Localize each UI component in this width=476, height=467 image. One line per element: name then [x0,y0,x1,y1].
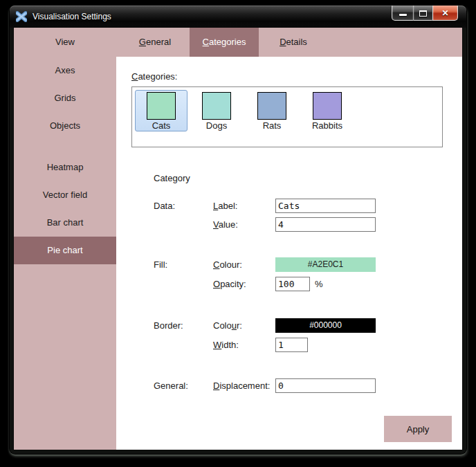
close-icon: ✕ [441,9,448,17]
fill-group-label: Fill: [154,257,167,272]
category-item-rats[interactable]: Rats [246,90,298,131]
category-swatch [313,92,342,120]
border-colour-label: Colour: [213,318,242,333]
tab-bar: ViewGeneralCategoriesDetails [14,28,462,57]
categories-listbox[interactable]: CatsDogsRatsRabbits [131,86,443,147]
category-item-label: Dogs [206,120,227,131]
displacement-input[interactable] [275,378,376,393]
sidebar-item-pie-chart[interactable]: Pie chart [14,237,116,264]
minimize-button[interactable] [392,6,414,21]
sidebar: AxesGridsObjectsHeatmapVector fieldBar c… [14,57,116,450]
sidebar-item-axes[interactable]: Axes [14,57,116,84]
fill-colour-button[interactable]: #A2E0C1 [275,257,376,272]
general-group-label: General: [154,378,188,393]
displacement-field-label: Displacement: [213,378,270,393]
maximize-icon [419,10,427,17]
category-item-label: Cats [152,120,171,131]
fill-colour-label: Colour: [213,257,242,272]
category-swatch [202,92,231,120]
tab-categories[interactable]: Categories [190,28,259,57]
apply-button[interactable]: Apply [384,416,452,442]
category-item-label: Rats [263,120,282,131]
content-pane: Categories: CatsDogsRatsRabbits Category… [116,57,462,450]
minimize-icon [399,14,407,16]
label-field-label: Label: [213,199,237,213]
sidebar-item-heatmap[interactable]: Heatmap [14,154,116,181]
width-input[interactable] [275,338,308,352]
sidebar-item-bar-chart[interactable]: Bar chart [14,209,116,237]
value-field-label: Value: [213,217,238,232]
category-item-label: Rabbits [312,120,342,131]
window-title: Visualisation Settings [33,12,111,21]
sidebar-item-vector-field[interactable]: Vector field [14,181,116,209]
border-colour-button[interactable]: #000000 [275,318,376,333]
border-group-label: Border: [154,318,183,333]
category-item-rabbits[interactable]: Rabbits [301,90,354,131]
category-item-cats[interactable]: Cats [135,90,187,131]
category-heading: Category [154,173,190,183]
sidebar-item-grids[interactable]: Grids [14,84,116,112]
width-field-label: Width: [213,338,239,352]
opacity-unit-label: % [315,277,323,291]
dialog-client-area: ViewGeneralCategoriesDetails AxesGridsOb… [14,28,462,450]
data-group-label: Data: [154,199,175,213]
category-item-dogs[interactable]: Dogs [190,90,243,131]
value-input[interactable] [275,217,376,232]
category-swatch [147,92,176,120]
label-input[interactable] [275,199,376,213]
tab-general[interactable]: General [120,28,190,57]
window: Visualisation Settings ✕ ViewGeneralCate… [10,6,466,454]
categories-label: Categories: [131,71,177,82]
caption-buttons: ✕ [392,6,458,21]
category-swatch [257,92,286,120]
opacity-input[interactable] [275,277,310,291]
opacity-field-label: Opacity: [213,277,246,291]
sidebar-item-objects[interactable]: Objects [14,112,116,140]
close-button[interactable]: ✕ [432,6,458,21]
tab-view[interactable]: View [14,28,116,57]
app-icon[interactable] [16,11,27,22]
maximize-button[interactable] [414,6,432,21]
tab-details[interactable]: Details [259,28,328,57]
